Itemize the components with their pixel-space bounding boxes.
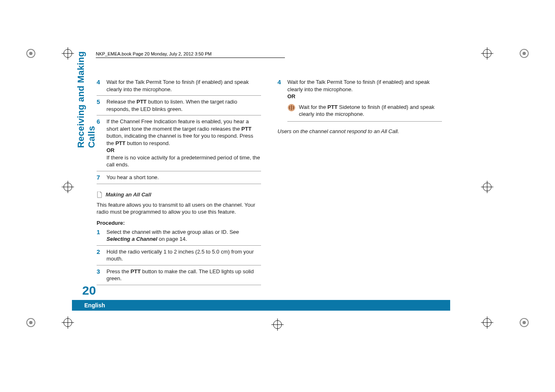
running-head: NKP_EMEA.book Page 20 Monday, July 2, 20… [96, 51, 212, 56]
step-text-part: If there is no voice activity for a pred… [106, 154, 260, 168]
section-heading: Making an All Call [97, 191, 261, 198]
step-text: Release the PTT button to listen. When t… [106, 98, 261, 113]
step-text-bold: PTT [131, 268, 141, 274]
crosshair-icon [481, 316, 493, 329]
step-text-part: on page 14. [157, 236, 187, 242]
or-label: OR [106, 147, 115, 153]
right-column: 4 Wait for the Talk Permit Tone to finis… [278, 76, 442, 285]
page-content: 4 Wait for the Talk Permit Tone to finis… [72, 76, 450, 285]
section-title: Making an All Call [106, 191, 151, 198]
step-text: Wait for the Talk Permit Tone to finish … [106, 78, 261, 93]
crosshair-icon [481, 181, 493, 193]
step-text: If the Channel Free Indication feature i… [106, 118, 261, 168]
procedure-label: Procedure: [97, 220, 261, 226]
step-text-part: If the Channel Free Indication feature i… [106, 118, 249, 132]
page-number: 20 [82, 284, 96, 297]
or-label: OR [287, 93, 296, 99]
step-text: Hold the radio vertically 1 to 2 inches … [106, 248, 261, 263]
procedure-step: 1 Select the channel with the active gro… [97, 228, 261, 246]
procedure-step: 2 Hold the radio vertically 1 to 2 inche… [97, 248, 261, 265]
printmark-icon [518, 316, 530, 329]
step-text-bold: PTT [136, 99, 147, 105]
left-column: 4 Wait for the Talk Permit Tone to finis… [97, 76, 261, 285]
step-number: 4 [278, 78, 287, 122]
step-text: You hear a short tone. [106, 174, 261, 181]
note-text-bold: PTT [328, 104, 338, 110]
printmark-icon [25, 316, 37, 329]
section-description: This feature allows you to transmit to a… [97, 201, 261, 216]
procedure-step: 6 If the Channel Free Indication feature… [97, 118, 261, 171]
procedure-step: 3 Press the PTT button to make the call.… [97, 268, 261, 285]
step-text: Select the channel with the active group… [106, 228, 261, 243]
page-icon [97, 191, 102, 198]
procedure-step: 4 Wait for the Talk Permit Tone to finis… [97, 78, 261, 96]
step-text-part: Release the [106, 99, 136, 105]
step-text-bold: PTT [241, 126, 252, 132]
procedure-step: 7 You hear a short tone. [97, 174, 261, 184]
step-text-xref: Selecting a Channel [106, 236, 157, 242]
step-text-part: button to respond. [125, 140, 170, 146]
step-text-part: Select the channel with the active group… [106, 229, 239, 235]
svg-point-5 [29, 321, 32, 324]
note-row: Wait for the PTT Sidetone to finish (if … [287, 102, 442, 122]
step-number: 4 [97, 78, 106, 93]
procedure-step: 4 Wait for the Talk Permit Tone to finis… [278, 78, 442, 124]
crosshair-icon [62, 47, 74, 60]
svg-point-1 [29, 52, 32, 55]
step-number: 1 [97, 228, 106, 243]
header-rule [96, 58, 285, 58]
language-label: English [84, 302, 105, 309]
note-text: Wait for the PTT Sidetone to finish (if … [299, 104, 442, 118]
crosshair-icon [271, 318, 284, 331]
svg-point-7 [523, 321, 526, 324]
italic-note: Users on the channel cannot respond to a… [278, 128, 442, 134]
step-text: Wait for the Talk Permit Tone to finish … [287, 78, 442, 122]
step-text-part: Press the [106, 268, 131, 274]
step-text-part: Wait for the Talk Permit Tone to finish … [287, 79, 430, 92]
step-text-bold: PTT [116, 140, 126, 146]
step-number: 5 [97, 98, 106, 113]
step-text: Press the PTT button to make the call. T… [106, 268, 261, 282]
svg-point-3 [523, 52, 526, 55]
antenna-icon [287, 104, 296, 112]
step-number: 3 [97, 268, 106, 282]
step-number: 7 [97, 174, 106, 181]
printmark-icon [518, 47, 530, 60]
printmark-icon [25, 47, 37, 60]
step-number: 2 [97, 248, 106, 263]
crosshair-icon [62, 316, 74, 329]
note-text-part: Wait for the [299, 104, 328, 110]
step-number: 6 [97, 118, 106, 168]
crosshair-icon [481, 47, 493, 60]
language-bar: English [72, 300, 450, 311]
procedure-step: 5 Release the PTT button to listen. When… [97, 98, 261, 115]
